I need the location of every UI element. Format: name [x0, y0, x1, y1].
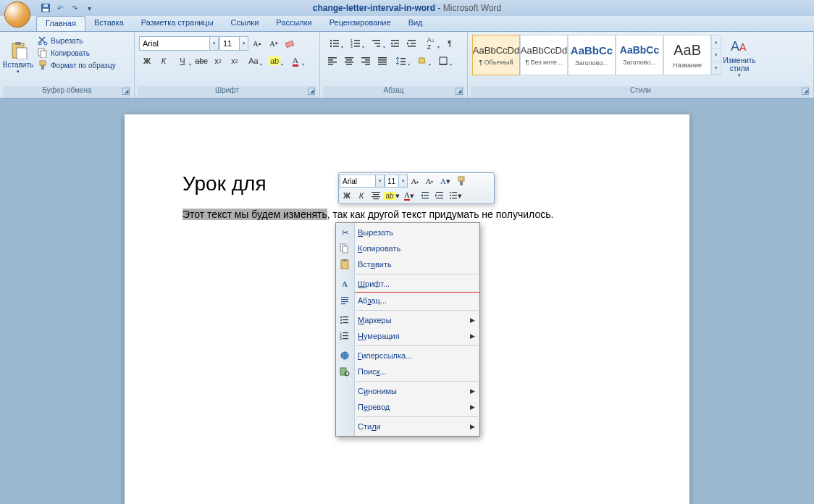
numbering-button[interactable]: 123	[345, 36, 366, 51]
menu-font[interactable]: AШрифт...	[336, 276, 479, 292]
underline-button[interactable]: Ч	[172, 54, 193, 68]
grow-font-button[interactable]: A▴	[249, 36, 265, 51]
svg-point-73	[450, 198, 451, 199]
align-left-button[interactable]	[324, 54, 340, 68]
tab-home[interactable]: Главная	[36, 16, 85, 31]
ribbon: Вставить ▾ Вырезать Копировать Формат по…	[0, 32, 814, 98]
menu-paragraph[interactable]: Абзац...	[336, 293, 479, 308]
svg-rect-80	[341, 299, 348, 300]
mini-center[interactable]	[369, 188, 383, 203]
svg-rect-39	[346, 59, 352, 61]
font-color-button[interactable]: A	[285, 54, 306, 68]
svg-rect-40	[345, 62, 353, 63]
style-heading2[interactable]: AaBbCcЗаголово...	[616, 35, 663, 75]
group-font: Arial▾ 11▾ A▴ A▾ Ж К Ч abc x2 x2 Aa ab A	[135, 32, 320, 98]
styles-gallery[interactable]: AaBbCcDd¶ Обычный AaBbCcDd¶ Без инте... …	[471, 33, 723, 77]
menu-bullets[interactable]: Маркеры▶	[336, 312, 479, 328]
font-size-combo[interactable]: 11▾	[219, 36, 248, 51]
style-no-spacing[interactable]: AaBbCcDd¶ Без инте...	[520, 35, 568, 75]
mini-highlight[interactable]: ab▾	[383, 188, 400, 203]
menu-copy[interactable]: Копировать	[336, 240, 479, 256]
dialog-launcher-icon[interactable]: ◢	[456, 88, 463, 95]
mini-bold[interactable]: Ж	[340, 188, 354, 203]
clear-formatting-button[interactable]	[282, 36, 298, 51]
svg-rect-51	[400, 61, 406, 62]
increase-indent-button[interactable]	[404, 36, 420, 51]
svg-rect-18	[333, 46, 339, 47]
mini-italic[interactable]: К	[354, 188, 369, 203]
subscript-button[interactable]: x2	[210, 54, 226, 68]
svg-point-85	[340, 319, 342, 321]
align-right-button[interactable]	[358, 54, 374, 68]
menu-lookup[interactable]: Поиск...	[336, 364, 479, 379]
tab-review[interactable]: Рецензирование	[321, 16, 400, 31]
cut-button[interactable]: Вырезать	[36, 35, 117, 46]
menu-cut[interactable]: ✂Вырезать	[336, 224, 479, 240]
highlight-button[interactable]: ab	[264, 54, 285, 68]
menu-translate[interactable]: Перевод▶	[336, 399, 479, 415]
style-heading1[interactable]: AaBbCcЗаголово...	[568, 35, 616, 75]
multilevel-list-button[interactable]	[366, 36, 387, 51]
bold-button[interactable]: Ж	[139, 54, 155, 68]
bullets-button[interactable]	[324, 36, 345, 51]
dialog-launcher-icon[interactable]: ◢	[802, 88, 809, 95]
shrink-font-button[interactable]: A▾	[266, 36, 282, 51]
copy-icon	[38, 48, 48, 58]
mini-styles[interactable]: A▾	[437, 174, 454, 188]
shading-button[interactable]	[412, 54, 432, 68]
save-icon[interactable]	[39, 2, 52, 14]
style-title[interactable]: АаВНазвание	[663, 35, 711, 75]
change-styles-button[interactable]: AA Изменить стили ▾	[724, 33, 755, 83]
justify-button[interactable]	[374, 54, 390, 68]
align-left-icon	[327, 56, 337, 66]
gallery-scroll[interactable]: ▴▾▾	[711, 35, 721, 75]
mini-bullets[interactable]: ▾	[447, 188, 464, 203]
redo-icon[interactable]: ↷	[68, 2, 81, 14]
mini-font-combo[interactable]: Arial▾	[340, 175, 385, 188]
line-spacing-button[interactable]	[391, 54, 411, 68]
menu-hyperlink[interactable]: Гиперссылка...	[336, 348, 479, 364]
menu-paste[interactable]: Вставить	[336, 256, 479, 272]
align-right-icon	[361, 56, 371, 66]
tab-view[interactable]: Вид	[400, 16, 432, 31]
qat-dropdown-icon[interactable]: ▾	[83, 2, 96, 14]
mini-inc-indent[interactable]	[432, 188, 447, 203]
copy-button[interactable]: Копировать	[36, 47, 117, 59]
svg-rect-14	[333, 40, 339, 41]
tab-references[interactable]: Ссылки	[222, 16, 268, 31]
paste-icon	[8, 42, 28, 59]
numbering-icon: 123	[351, 38, 361, 49]
svg-rect-5	[17, 48, 27, 59]
tab-mailings[interactable]: Рассылки	[267, 16, 320, 31]
menu-styles[interactable]: Стили▶	[336, 419, 479, 434]
sort-button[interactable]: A↓Z	[421, 36, 441, 51]
style-normal[interactable]: AaBbCcDd¶ Обычный	[472, 35, 520, 75]
italic-button[interactable]: К	[156, 54, 172, 68]
mini-font-color[interactable]: A▾	[400, 188, 418, 203]
mini-size-combo[interactable]: 11▾	[385, 175, 408, 188]
paste-button[interactable]: Вставить ▾	[3, 33, 33, 83]
mini-dec-indent[interactable]	[418, 188, 432, 203]
dialog-launcher-icon[interactable]: ◢	[308, 88, 315, 95]
change-case-button[interactable]: Aa	[243, 54, 264, 68]
format-painter-button[interactable]: Формат по образцу	[36, 59, 117, 71]
menu-numbering[interactable]: 123Нумерация▶	[336, 328, 479, 344]
mini-format-painter[interactable]	[454, 174, 469, 188]
strikethrough-button[interactable]: abc	[193, 54, 209, 68]
mini-shrink-font[interactable]: A▾	[422, 174, 437, 188]
undo-icon[interactable]: ↶	[54, 2, 67, 14]
font-name-combo[interactable]: Arial▾	[139, 36, 219, 51]
app-name: Microsoft Word	[443, 3, 501, 13]
menu-synonyms[interactable]: Синонимы▶	[336, 383, 479, 399]
office-button[interactable]	[4, 1, 30, 28]
tab-page-layout[interactable]: Разметка страницы	[133, 16, 222, 31]
show-marks-button[interactable]: ¶	[442, 36, 458, 51]
tab-insert[interactable]: Вставка	[85, 16, 133, 31]
mini-grow-font[interactable]: A▴	[408, 174, 422, 188]
dialog-launcher-icon[interactable]: ◢	[122, 88, 130, 95]
borders-button[interactable]	[433, 54, 453, 68]
svg-rect-58	[460, 181, 463, 185]
superscript-button[interactable]: x2	[227, 54, 243, 68]
decrease-indent-button[interactable]	[387, 36, 403, 51]
align-center-button[interactable]	[341, 54, 357, 68]
